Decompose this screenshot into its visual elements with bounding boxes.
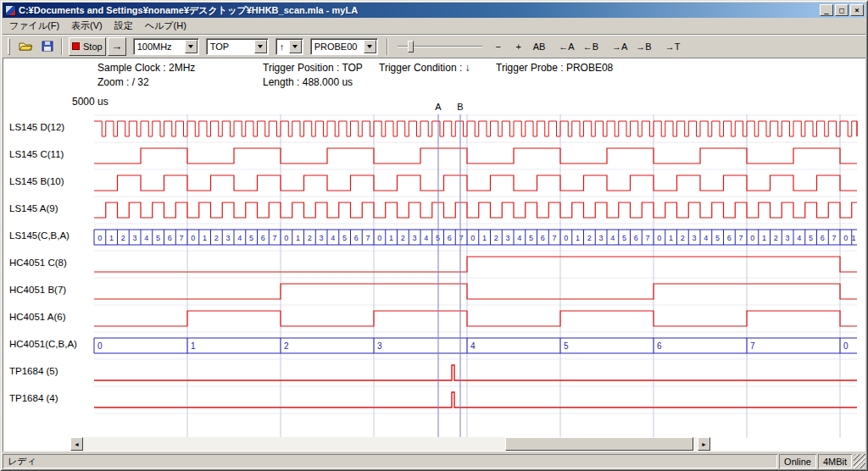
bus-value: 4 (517, 234, 521, 242)
zoom-out-button[interactable]: − (489, 37, 508, 56)
slider-thumb[interactable] (408, 41, 414, 53)
goto-prev-b-button[interactable]: ←B (580, 37, 602, 56)
bus-value: 2 (121, 234, 125, 242)
trigger-probe-combo[interactable]: PROBE00 (310, 38, 378, 55)
bus-value: 2 (308, 234, 312, 242)
bus-value: 7 (459, 234, 464, 242)
window-title: C:¥Documents and Settings¥noname¥デスクトップ¥… (19, 4, 818, 17)
wave-pulse (94, 392, 857, 407)
app-icon (5, 5, 16, 16)
bus-value: 6 (448, 234, 452, 242)
bus-value: 0 (97, 234, 102, 242)
zoom-in-button[interactable]: + (509, 37, 528, 56)
bus-value: 3 (133, 234, 137, 242)
menu-help[interactable]: ヘルプ(H) (139, 18, 192, 34)
stop-button[interactable]: Stop (69, 37, 106, 56)
bus-value: 2 (774, 234, 778, 242)
bus-value: 0 (377, 234, 381, 242)
bus-value: 6 (541, 234, 545, 242)
scroll-left-button[interactable]: ◄ (70, 437, 83, 451)
waveform-canvas[interactable]: 0123456701234567012345670123456701234567… (3, 58, 865, 452)
title-bar[interactable]: C:¥Documents and Settings¥noname¥デスクトップ¥… (3, 3, 865, 18)
scroll-right-button[interactable]: ► (698, 437, 710, 451)
bus-value: 7 (180, 234, 184, 242)
sample-rate-value: 100MHz (134, 42, 184, 52)
minimize-button[interactable]: _ (820, 4, 833, 16)
bus-value: 3 (226, 234, 231, 242)
open-button[interactable] (15, 37, 36, 56)
bus-value: 2 (401, 234, 405, 242)
sample-rate-dropdown-button[interactable] (185, 40, 198, 53)
bus-value: 4 (424, 234, 428, 242)
bus-value: 3 (506, 234, 510, 242)
menu-view[interactable]: 表示(V) (65, 18, 108, 34)
marker-ab-button[interactable]: AB (530, 37, 549, 56)
run-button[interactable]: → (108, 37, 126, 56)
chevron-down-icon (367, 45, 372, 48)
bus-value: 7 (273, 234, 277, 242)
wave-square (94, 257, 857, 272)
status-ready-text: レディ (3, 454, 777, 468)
maximize-button[interactable]: □ (835, 4, 849, 16)
bus-value: 6 (821, 234, 825, 242)
bus-value: 6 (657, 341, 662, 351)
trigger-edge-dropdown-button[interactable] (289, 40, 302, 53)
goto-prev-a-button[interactable]: ←A (555, 37, 577, 56)
bus-value: 1 (762, 234, 766, 242)
open-folder-icon (19, 41, 33, 52)
horizontal-scrollbar[interactable]: ◄ ► (70, 437, 710, 451)
save-button[interactable] (38, 37, 57, 56)
trigger-position-combo[interactable]: TOP (206, 38, 269, 55)
bus-value: 2 (681, 234, 685, 242)
stop-label: Stop (83, 42, 103, 52)
goto-next-b-button[interactable]: →B (632, 37, 654, 56)
scrollbar-track[interactable] (83, 437, 698, 451)
marker-a-label: A (435, 102, 442, 112)
bus-value: 0 (564, 234, 568, 242)
waveform-view[interactable]: Sample Clock : 2MHz Trigger Position : T… (3, 58, 865, 452)
goto-trigger-button[interactable]: →T (662, 37, 684, 56)
sample-rate-combo[interactable]: 100MHz (133, 38, 199, 55)
resize-grip[interactable] (854, 454, 865, 468)
bus-value: 0 (284, 234, 288, 242)
menu-bar: ファイル(F) 表示(V) 設定 ヘルプ(H) (3, 18, 865, 34)
menu-file[interactable]: ファイル(F) (3, 18, 65, 34)
bus-value: 5 (564, 341, 569, 351)
close-button[interactable]: × (850, 4, 864, 16)
bus-value: 7 (739, 234, 743, 242)
toolbar-separator (387, 38, 388, 55)
trigger-edge-combo[interactable]: ↑ (275, 38, 303, 55)
scrollbar-thumb[interactable] (505, 437, 693, 451)
bus-value: 2 (214, 234, 219, 242)
bus-value: 4 (797, 234, 801, 242)
trigger-edge-value: ↑ (276, 42, 288, 52)
zoom-slider[interactable] (398, 39, 482, 54)
bus-value: 7 (646, 234, 650, 242)
status-online-badge: Online (779, 454, 816, 468)
bus-value: 7 (750, 341, 755, 351)
bus-value: 5 (342, 234, 347, 242)
bus-value: 1 (389, 234, 393, 242)
bus-value: 4 (237, 234, 242, 242)
bus-value: 5 (249, 234, 253, 242)
toolbar-grip[interactable] (8, 38, 10, 55)
wave-strobe (94, 121, 857, 136)
bus-value: 7 (553, 234, 557, 242)
bus-value: 0 (843, 234, 848, 242)
trigger-probe-dropdown-button[interactable] (364, 40, 376, 53)
chevron-down-icon (292, 45, 298, 48)
stop-icon (72, 42, 80, 50)
wave-pulse (94, 365, 857, 380)
bus-value: 0 (657, 234, 661, 242)
bus-value: 5 (529, 234, 533, 242)
bus-value: 5 (622, 234, 626, 242)
bus-value: 0 (750, 234, 754, 242)
menu-settings[interactable]: 設定 (108, 18, 139, 34)
bus-value: 3 (377, 341, 382, 351)
trigger-position-dropdown-button[interactable] (254, 40, 267, 53)
bus-value: 4 (331, 234, 335, 242)
status-bar: レディ Online 4MBit (3, 452, 865, 468)
goto-next-a-button[interactable]: →A (609, 37, 631, 56)
bus-value: 6 (261, 234, 265, 242)
bus-value: 1 (109, 234, 114, 242)
